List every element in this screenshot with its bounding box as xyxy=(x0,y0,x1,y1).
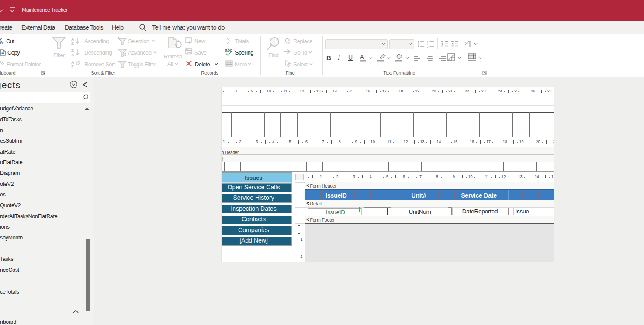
svg-text:A: A xyxy=(360,54,364,60)
svg-text:b: b xyxy=(288,38,290,41)
svg-text:Z: Z xyxy=(71,64,74,69)
svg-text:Z: Z xyxy=(71,41,74,46)
svg-text:c: c xyxy=(288,41,290,45)
svg-text:A: A xyxy=(71,52,74,57)
